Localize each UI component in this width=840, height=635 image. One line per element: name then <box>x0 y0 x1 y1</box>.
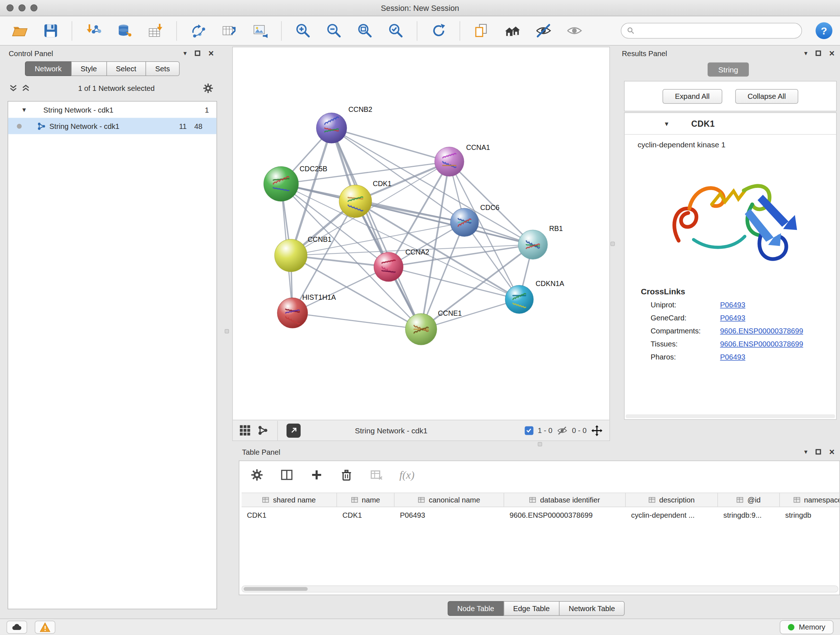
export-table-button[interactable] <box>217 19 241 42</box>
toolbar-separator <box>281 21 282 41</box>
close-panel-icon[interactable]: × <box>208 49 214 58</box>
results-scrollbar[interactable] <box>626 415 835 418</box>
hide-selection-button[interactable] <box>531 19 555 42</box>
detach-view-button[interactable] <box>286 423 301 437</box>
collapse-all-icon[interactable] <box>9 83 18 93</box>
selected-checkbox[interactable] <box>524 426 533 435</box>
home-button[interactable] <box>500 19 524 42</box>
string-results-tab[interactable]: String <box>707 63 749 77</box>
zoom-in-button[interactable] <box>291 19 315 42</box>
splitter-handle[interactable] <box>225 329 229 333</box>
column-header[interactable]: database identifier <box>504 493 626 507</box>
collapse-all-button[interactable]: Collapse All <box>735 89 798 103</box>
maximize-panel-icon[interactable] <box>816 449 821 455</box>
close-panel-icon[interactable]: × <box>829 49 835 58</box>
network-edge-count: 48 <box>194 122 202 130</box>
maximize-panel-icon[interactable] <box>816 51 821 56</box>
network-collection-row[interactable]: ▼ String Network - cdk1 1 <box>8 102 217 118</box>
zoom-window-button[interactable] <box>30 4 38 11</box>
column-type-icon <box>351 497 358 503</box>
zoom-fit-button[interactable] <box>353 19 377 42</box>
tab-network-table[interactable]: Network Table <box>559 601 625 616</box>
tab-network[interactable]: Network <box>25 62 71 76</box>
svg-text:CCNE1: CCNE1 <box>438 309 462 317</box>
protein-section-header[interactable]: ▼ CDK1 <box>625 113 836 135</box>
zoom-out-button[interactable] <box>322 19 346 42</box>
column-header[interactable]: shared name <box>242 493 337 507</box>
hidden-count: 0 - 0 <box>572 426 587 435</box>
clone-network-button[interactable] <box>470 19 493 42</box>
expand-all-icon[interactable] <box>21 83 31 93</box>
save-session-button[interactable] <box>39 19 63 42</box>
close-panel-icon[interactable]: × <box>829 447 835 456</box>
network-options-gear-icon[interactable] <box>202 82 214 94</box>
crosslink-tissues-link[interactable]: 9606.ENSP00000378699 <box>720 340 804 348</box>
network-graph-svg[interactable]: CCNB2CCNA1CDC25BCDK1CDC6RB1CCNB1CCNA2CDK… <box>233 48 609 420</box>
float-panel-icon[interactable]: ▾ <box>804 448 807 455</box>
float-panel-icon[interactable]: ▾ <box>183 50 187 57</box>
column-header[interactable]: name <box>337 493 395 507</box>
grid-view-icon[interactable] <box>240 424 251 436</box>
eye-slash-icon <box>535 22 552 40</box>
zoom-selected-button[interactable] <box>384 19 408 42</box>
maximize-panel-icon[interactable] <box>195 51 201 56</box>
add-column-plus-icon[interactable] <box>310 468 324 481</box>
close-window-button[interactable] <box>6 4 14 11</box>
table-tabs: Node Table Edge Table Network Table <box>232 601 840 616</box>
crosslink-pharos-link[interactable]: P06493 <box>720 353 745 361</box>
import-table-file-button[interactable] <box>143 19 167 42</box>
splitter-handle[interactable] <box>538 442 542 447</box>
minimize-window-button[interactable] <box>19 4 26 11</box>
table-horizontal-scrollbar[interactable] <box>242 585 838 593</box>
open-session-button[interactable] <box>8 19 32 42</box>
column-header[interactable]: description <box>626 493 718 507</box>
refresh-network-button[interactable] <box>426 19 450 42</box>
new-network-icon <box>189 22 207 40</box>
toolbar-separator <box>460 21 461 41</box>
show-selection-button[interactable] <box>562 19 586 42</box>
collapse-section-icon[interactable]: ▼ <box>664 120 669 127</box>
memory-button[interactable]: Memory <box>780 620 834 634</box>
warnings-button[interactable] <box>35 621 55 633</box>
export-image-button[interactable] <box>248 19 272 42</box>
hidden-eye-slash-icon <box>557 425 568 436</box>
table-settings-gear-icon[interactable] <box>250 468 264 481</box>
tab-node-table[interactable]: Node Table <box>447 601 504 616</box>
column-header[interactable]: @id <box>718 493 780 507</box>
table-toolbar: f(x) <box>240 461 840 488</box>
crosslink-label: Uniprot: <box>651 301 720 309</box>
tab-style[interactable]: Style <box>71 62 107 76</box>
import-network-database-button[interactable] <box>112 19 136 42</box>
expand-all-button[interactable]: Expand All <box>662 89 722 103</box>
scrollbar-thumb[interactable] <box>244 587 308 591</box>
tree-expand-icon[interactable]: ▼ <box>21 106 27 113</box>
search-input[interactable] <box>638 27 796 35</box>
table-row[interactable]: CDK1 CDK1 P06493 9606.ENSP00000378699 cy… <box>242 507 840 523</box>
pan-crosshair-icon[interactable] <box>591 424 603 436</box>
protein-node-cdc25b <box>264 166 298 201</box>
import-network-file-button[interactable] <box>81 19 105 42</box>
splitter-handle[interactable] <box>611 242 615 246</box>
network-row-selected[interactable]: String Network - cdk1 11 48 <box>8 118 217 134</box>
crosslink-compartments-link[interactable]: 9606.ENSP00000378699 <box>720 327 804 335</box>
share-view-icon[interactable] <box>257 424 269 436</box>
search-box[interactable] <box>621 23 802 39</box>
delete-column-trash-icon[interactable] <box>340 468 354 481</box>
column-header[interactable]: canonical name <box>395 493 504 507</box>
help-button[interactable]: ? <box>816 22 833 40</box>
protein-name: CDK1 <box>691 119 715 128</box>
tab-sets[interactable]: Sets <box>145 62 180 76</box>
cloud-services-button[interactable] <box>6 621 27 633</box>
new-network-button[interactable] <box>186 19 210 42</box>
show-columns-icon[interactable] <box>280 468 294 481</box>
crosslink-uniprot-link[interactable]: P06493 <box>720 301 745 309</box>
crosslink-genecard-link[interactable]: P06493 <box>720 314 745 322</box>
tab-edge-table[interactable]: Edge Table <box>504 601 560 616</box>
function-builder-button[interactable]: f(x) <box>399 469 415 481</box>
network-label: String Network - cdk1 <box>50 122 120 130</box>
network-canvas[interactable]: CCNB2CCNA1CDC25BCDK1CDC6RB1CCNB1CCNA2CDK… <box>233 48 609 420</box>
column-header[interactable]: namespace <box>780 493 840 507</box>
cloud-icon <box>11 623 23 631</box>
tab-select[interactable]: Select <box>106 62 146 76</box>
float-panel-icon[interactable]: ▾ <box>804 50 807 57</box>
